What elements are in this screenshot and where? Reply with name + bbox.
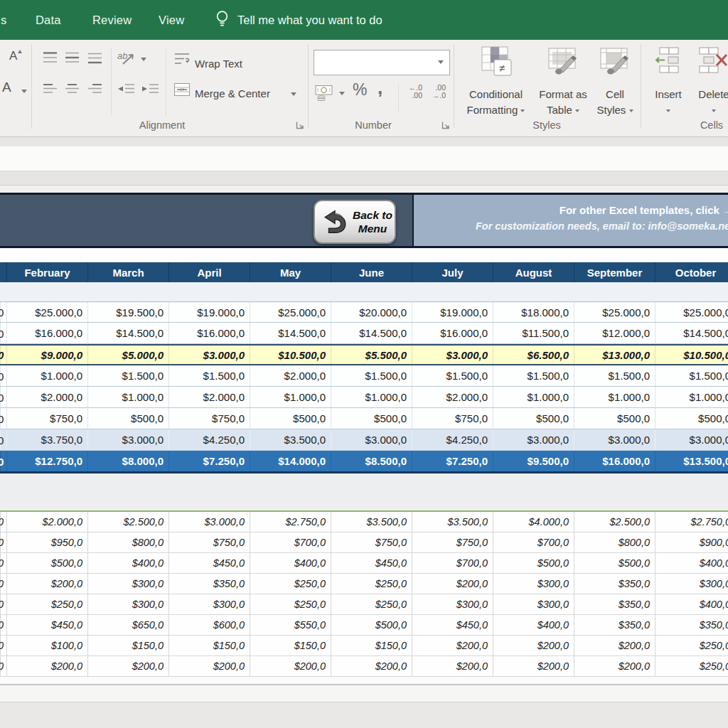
cell[interactable]: $200,0 bbox=[412, 574, 493, 594]
wrap-text-button[interactable]: Wrap Text bbox=[195, 58, 242, 70]
cell[interactable]: $1.500,0 bbox=[331, 365, 412, 386]
cell[interactable]: $200,0 bbox=[574, 636, 655, 655]
month-header-cell[interactable]: September bbox=[574, 262, 655, 282]
percent-style-button[interactable]: % bbox=[353, 80, 367, 100]
cell[interactable]: $200,0 bbox=[250, 656, 331, 676]
cell[interactable]: $18.000,0 bbox=[493, 302, 574, 322]
cell[interactable]: $200,0 bbox=[6, 574, 87, 594]
cell[interactable]: $3.750,0 bbox=[6, 429, 87, 450]
month-header-cell[interactable]: February bbox=[6, 262, 87, 282]
cell[interactable]: $25.000,0 bbox=[6, 302, 87, 322]
cell-partial[interactable]: 0 bbox=[0, 365, 6, 386]
cell[interactable]: $2.750,0 bbox=[250, 512, 331, 532]
decrease-decimal-button[interactable]: .00→.0 bbox=[429, 84, 446, 100]
cell[interactable]: $100,0 bbox=[6, 636, 87, 655]
cell[interactable]: $25.000,0 bbox=[655, 302, 728, 322]
comma-style-button[interactable]: , bbox=[378, 77, 382, 99]
number-dialog-launcher[interactable] bbox=[441, 121, 451, 130]
cell[interactable]: $3.000,0 bbox=[574, 429, 655, 450]
cell[interactable]: $200,0 bbox=[331, 656, 412, 676]
cell[interactable]: $300,0 bbox=[493, 594, 574, 614]
cell[interactable]: $350,0 bbox=[655, 615, 728, 635]
delete-cells-button[interactable]: Delete bbox=[694, 46, 728, 118]
cell[interactable]: $1.500,0 bbox=[655, 365, 728, 386]
cell[interactable]: $2.000,0 bbox=[412, 387, 493, 407]
cell[interactable]: $1.500,0 bbox=[412, 365, 493, 386]
cell[interactable]: $400,0 bbox=[655, 594, 728, 614]
cell[interactable]: $250,0 bbox=[6, 594, 87, 614]
cell[interactable]: $4.250,0 bbox=[168, 429, 250, 450]
cell[interactable]: $150,0 bbox=[331, 636, 412, 655]
cell[interactable]: $500,0 bbox=[6, 553, 87, 573]
cell[interactable]: $2.750,0 bbox=[655, 512, 728, 532]
cell[interactable]: $550,0 bbox=[250, 615, 331, 635]
cell[interactable]: $750,0 bbox=[412, 408, 493, 429]
cell[interactable]: $20.000,0 bbox=[331, 302, 412, 322]
cell[interactable]: $750,0 bbox=[168, 532, 250, 552]
cell[interactable]: $11.500,0 bbox=[493, 323, 574, 343]
cell[interactable]: $450,0 bbox=[6, 615, 87, 635]
cell[interactable]: $9.500,0 bbox=[493, 451, 574, 471]
font-color-button[interactable]: A bbox=[2, 80, 11, 95]
bottom-align-button[interactable] bbox=[87, 51, 103, 68]
cell[interactable]: $700,0 bbox=[412, 553, 493, 573]
cell[interactable]: $2.500,0 bbox=[574, 512, 655, 532]
cell[interactable]: $400,0 bbox=[250, 553, 331, 573]
tab-data[interactable]: Data bbox=[36, 0, 61, 40]
cell[interactable]: $250,0 bbox=[331, 594, 412, 614]
orientation-button[interactable]: ab bbox=[117, 49, 137, 70]
cell[interactable]: $300,0 bbox=[87, 574, 168, 594]
cell[interactable]: $150,0 bbox=[168, 636, 250, 655]
cell[interactable]: $800,0 bbox=[574, 532, 655, 552]
month-header-cell[interactable]: April bbox=[168, 262, 250, 282]
tab-formulas-partial[interactable]: s bbox=[1, 0, 6, 40]
align-center-button[interactable] bbox=[64, 82, 80, 99]
cell[interactable]: $12.000,0 bbox=[574, 323, 655, 343]
cell[interactable]: $7.250,0 bbox=[412, 451, 493, 471]
cell[interactable]: $16.000,0 bbox=[412, 323, 493, 343]
cell-partial[interactable]: 0 bbox=[0, 615, 6, 635]
cell[interactable]: $1.500,0 bbox=[493, 365, 574, 386]
cell[interactable]: $400,0 bbox=[87, 553, 168, 573]
cell[interactable]: $200,0 bbox=[87, 656, 168, 676]
cell[interactable]: $250,0 bbox=[250, 574, 331, 594]
cell[interactable]: $200,0 bbox=[574, 656, 655, 676]
cell[interactable]: $650,0 bbox=[87, 615, 168, 635]
cell[interactable]: $4.000,0 bbox=[493, 512, 574, 532]
cell[interactable]: $400,0 bbox=[655, 553, 728, 573]
cell[interactable]: $2.000,0 bbox=[6, 512, 87, 532]
cell[interactable]: $25.000,0 bbox=[574, 302, 655, 322]
cell-partial[interactable]: 0 bbox=[0, 553, 6, 573]
tab-view[interactable]: View bbox=[159, 0, 184, 40]
cell-partial[interactable]: 0 bbox=[0, 323, 6, 343]
cell[interactable]: $250,0 bbox=[250, 594, 331, 614]
cell[interactable]: $2.000,0 bbox=[250, 365, 331, 386]
cell-styles-button[interactable]: Cell Styles bbox=[587, 46, 643, 118]
cell[interactable]: $500,0 bbox=[574, 408, 655, 429]
tab-review[interactable]: Review bbox=[92, 0, 132, 40]
cell[interactable]: $250,0 bbox=[655, 636, 728, 655]
cell[interactable]: $1.500,0 bbox=[168, 365, 250, 386]
cell[interactable]: $500,0 bbox=[331, 408, 412, 429]
cell[interactable]: $600,0 bbox=[168, 615, 250, 635]
cell[interactable]: $700,0 bbox=[493, 532, 574, 552]
cell[interactable]: $950,0 bbox=[6, 532, 87, 552]
cell[interactable]: $300,0 bbox=[655, 574, 728, 594]
grow-font-button[interactable]: A bbox=[9, 49, 21, 63]
cell[interactable]: $750,0 bbox=[331, 532, 412, 552]
merge-center-button[interactable]: Merge & Center bbox=[195, 87, 270, 100]
cell[interactable]: $500,0 bbox=[250, 408, 331, 429]
formula-bar[interactable] bbox=[0, 146, 728, 171]
cell[interactable]: $14.500,0 bbox=[250, 323, 331, 343]
wrap-text-icon[interactable] bbox=[173, 52, 191, 69]
accounting-format-caret-icon[interactable] bbox=[339, 92, 345, 95]
cell[interactable]: $250,0 bbox=[655, 656, 728, 676]
cell[interactable]: $12.750,0 bbox=[6, 451, 87, 471]
cell-partial[interactable]: 0 bbox=[0, 532, 6, 552]
cell[interactable]: $750,0 bbox=[412, 532, 493, 552]
cell[interactable]: $16.000,0 bbox=[168, 323, 250, 343]
cell-partial[interactable]: 0 bbox=[0, 512, 6, 532]
month-header-cell[interactable]: October bbox=[655, 262, 728, 282]
cell[interactable]: $8.000,0 bbox=[87, 451, 168, 471]
column-headers-strip[interactable] bbox=[0, 171, 728, 186]
